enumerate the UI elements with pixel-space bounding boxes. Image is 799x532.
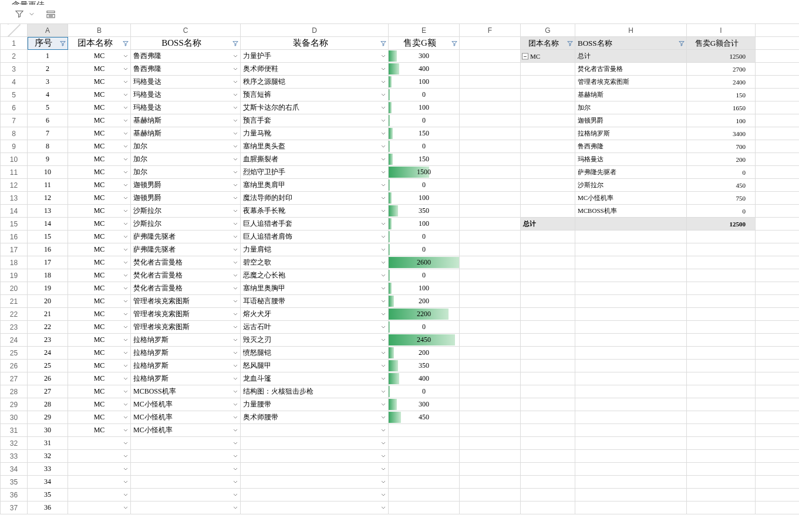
cell[interactable] xyxy=(687,308,756,321)
cell[interactable] xyxy=(575,372,687,385)
cell[interactable]: MC xyxy=(68,372,131,385)
dropdown-icon[interactable] xyxy=(123,53,129,59)
cell[interactable] xyxy=(460,50,521,63)
dropdown-icon[interactable] xyxy=(123,195,129,201)
cell[interactable] xyxy=(521,489,575,501)
dropdown-icon[interactable] xyxy=(232,247,238,253)
cell[interactable] xyxy=(687,463,756,476)
cell[interactable] xyxy=(575,411,687,424)
cell[interactable] xyxy=(389,437,460,450)
dropdown-icon[interactable] xyxy=(380,479,386,485)
cell[interactable]: 管理者埃克索图斯 xyxy=(131,321,241,334)
cell[interactable] xyxy=(521,256,575,269)
row-header[interactable]: 18 xyxy=(1,256,28,269)
cell[interactable] xyxy=(756,295,800,308)
cell[interactable]: 0 xyxy=(687,205,756,218)
dropdown-icon[interactable] xyxy=(123,286,129,292)
dropdown-icon[interactable] xyxy=(123,208,129,214)
cell[interactable]: MC xyxy=(68,89,131,101)
cell[interactable]: 团本名称 xyxy=(521,37,575,50)
dropdown-icon[interactable] xyxy=(232,466,238,472)
cell[interactable]: 夜幕杀手长靴 xyxy=(241,205,389,218)
cell[interactable] xyxy=(756,269,800,282)
cell[interactable] xyxy=(687,489,756,501)
cell[interactable] xyxy=(68,450,131,463)
cell[interactable] xyxy=(756,166,800,179)
cell[interactable]: 15 xyxy=(28,231,68,243)
cell[interactable]: 售卖G额 xyxy=(389,37,460,50)
cell[interactable] xyxy=(575,308,687,321)
cell[interactable]: 迦顿男爵 xyxy=(131,192,241,205)
cell[interactable] xyxy=(756,153,800,166)
cell[interactable]: 巨人追猎者手套 xyxy=(241,218,389,231)
dropdown-icon[interactable] xyxy=(380,440,386,446)
cell[interactable]: MC xyxy=(68,347,131,360)
dropdown-icon[interactable] xyxy=(123,299,129,304)
cell[interactable] xyxy=(521,63,575,76)
cell[interactable] xyxy=(460,308,521,321)
cell[interactable] xyxy=(389,450,460,463)
cell[interactable]: 萨弗隆先驱者 xyxy=(575,166,687,179)
cell[interactable]: 沙斯拉尔 xyxy=(575,179,687,192)
cell[interactable] xyxy=(687,476,756,489)
col-header-E[interactable]: E xyxy=(389,24,460,37)
cell[interactable] xyxy=(575,450,687,463)
cell[interactable] xyxy=(521,437,575,450)
select-all-corner[interactable] xyxy=(1,24,28,37)
cell[interactable] xyxy=(521,89,575,101)
cell[interactable]: MC xyxy=(68,153,131,166)
row-header[interactable]: 30 xyxy=(1,411,28,424)
cell[interactable] xyxy=(131,489,241,501)
cell[interactable]: 血腥撕裂者 xyxy=(241,153,389,166)
cell[interactable]: 装备名称 xyxy=(241,37,389,50)
cell[interactable]: 熔火犬牙 xyxy=(241,308,389,321)
cell[interactable]: 26 xyxy=(28,372,68,385)
cell[interactable] xyxy=(460,295,521,308)
dropdown-icon[interactable] xyxy=(380,286,386,292)
cell[interactable] xyxy=(460,166,521,179)
cell[interactable]: 350 xyxy=(389,205,460,218)
cell[interactable]: 28 xyxy=(28,398,68,411)
cell[interactable]: 36 xyxy=(28,501,68,514)
cell[interactable] xyxy=(460,476,521,489)
dropdown-icon[interactable] xyxy=(232,260,238,266)
cell[interactable]: 拉格纳罗斯 xyxy=(131,334,241,347)
cell[interactable] xyxy=(460,76,521,89)
cell[interactable]: MCBOSS机率 xyxy=(575,205,687,218)
dropdown-icon[interactable] xyxy=(232,53,238,59)
cell[interactable] xyxy=(521,76,575,89)
cell[interactable]: MC xyxy=(68,76,131,89)
cell[interactable]: 加尔 xyxy=(131,140,241,153)
cell[interactable]: 100 xyxy=(389,282,460,295)
cell[interactable]: 0 xyxy=(389,243,460,256)
dropdown-icon[interactable] xyxy=(123,466,129,472)
cell[interactable]: 总计 xyxy=(521,218,575,231)
cell[interactable]: 450 xyxy=(389,411,460,424)
cell[interactable]: 加尔 xyxy=(131,153,241,166)
cell[interactable]: 萨弗隆先驱者 xyxy=(131,243,241,256)
dropdown-icon[interactable] xyxy=(380,311,386,317)
cell[interactable] xyxy=(460,282,521,295)
col-header-C[interactable]: C xyxy=(131,24,241,37)
dropdown-icon[interactable] xyxy=(380,208,386,214)
cell[interactable]: 1500 xyxy=(389,166,460,179)
cell[interactable] xyxy=(756,243,800,256)
cell[interactable] xyxy=(756,282,800,295)
cell[interactable] xyxy=(131,501,241,514)
row-header[interactable]: 21 xyxy=(1,295,28,308)
cell[interactable] xyxy=(575,424,687,437)
row-header[interactable]: 20 xyxy=(1,282,28,295)
cell[interactable] xyxy=(756,192,800,205)
cell[interactable] xyxy=(756,334,800,347)
dropdown-icon[interactable] xyxy=(232,440,238,446)
cell[interactable] xyxy=(460,127,521,140)
cell[interactable]: 27 xyxy=(28,385,68,398)
filter-icon[interactable] xyxy=(451,40,458,47)
cell[interactable] xyxy=(756,37,800,50)
row-header[interactable]: 13 xyxy=(1,192,28,205)
cell[interactable] xyxy=(521,140,575,153)
cell[interactable]: MC xyxy=(68,321,131,334)
cell[interactable] xyxy=(460,398,521,411)
cell[interactable]: MC xyxy=(68,166,131,179)
cell[interactable] xyxy=(460,334,521,347)
